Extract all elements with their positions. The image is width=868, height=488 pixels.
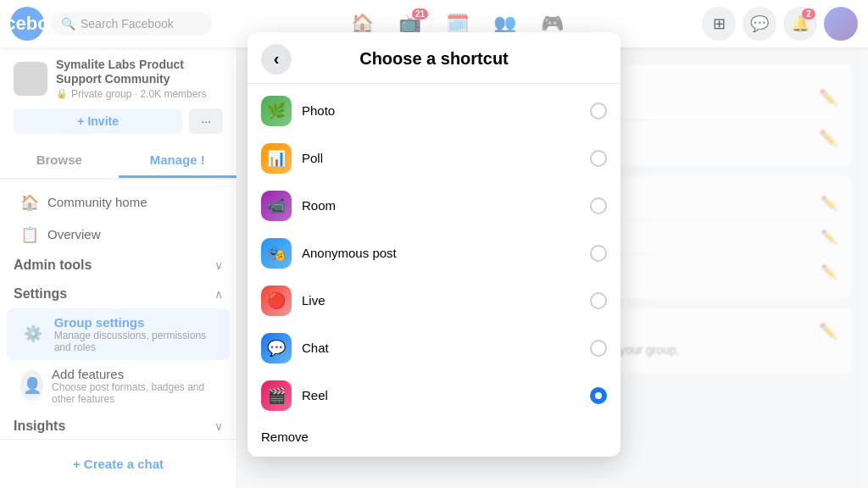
live-label: Live: [302, 293, 590, 308]
shortcuts-list: 🌿 Photo 📊 Poll 📹 Room 🎭 Anonymous post: [248, 84, 620, 423]
modal-footer: Remove: [248, 423, 620, 457]
photo-label: Photo: [302, 103, 590, 118]
anon-label: Anonymous post: [302, 246, 590, 260]
poll-icon: 📊: [261, 143, 292, 174]
live-radio[interactable]: [590, 292, 607, 309]
reel-label: Reel: [302, 388, 590, 402]
shortcut-item-reel[interactable]: 🎬 Reel: [248, 372, 620, 419]
chat-radio[interactable]: [590, 340, 607, 357]
modal-overlay[interactable]: ‹ Choose a shortcut 🌿 Photo 📊 Poll 📹 Roo…: [0, 0, 868, 488]
modal-title: Choose a shortcut: [292, 49, 607, 69]
shortcut-item-live[interactable]: 🔴 Live: [248, 277, 620, 324]
chat-icon: 💬: [261, 333, 292, 363]
anon-radio[interactable]: [590, 245, 607, 262]
reel-radio[interactable]: [590, 387, 607, 404]
anon-icon: 🎭: [261, 238, 292, 269]
poll-label: Poll: [302, 151, 590, 165]
choose-shortcut-modal: ‹ Choose a shortcut 🌿 Photo 📊 Poll 📹 Roo…: [248, 32, 620, 457]
room-icon: 📹: [261, 191, 292, 221]
photo-radio[interactable]: [590, 103, 607, 119]
modal-back-button[interactable]: ‹: [261, 44, 292, 75]
poll-radio[interactable]: [590, 150, 607, 167]
shortcut-item-poll[interactable]: 📊 Poll: [248, 135, 620, 182]
shortcut-item-photo[interactable]: 🌿 Photo: [248, 87, 620, 135]
shortcut-item-room[interactable]: 📹 Room: [248, 182, 620, 230]
shortcut-item-anon[interactable]: 🎭 Anonymous post: [248, 230, 620, 277]
live-icon: 🔴: [261, 286, 292, 316]
chat-label: Chat: [302, 341, 590, 355]
reel-icon: 🎬: [261, 380, 292, 411]
room-radio[interactable]: [590, 197, 607, 214]
photo-icon: 🌿: [261, 96, 292, 126]
shortcut-item-chat[interactable]: 💬 Chat: [248, 324, 620, 372]
remove-link[interactable]: Remove: [261, 430, 309, 444]
modal-header: ‹ Choose a shortcut: [248, 32, 620, 84]
room-label: Room: [302, 198, 590, 213]
